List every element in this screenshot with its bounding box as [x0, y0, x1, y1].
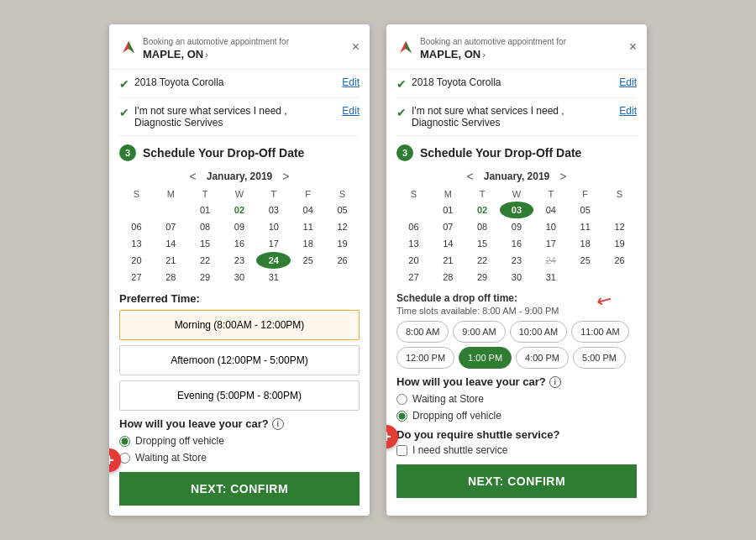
right-cal-cell[interactable]: 15 [465, 235, 500, 252]
cal-cell[interactable]: 08 [188, 218, 223, 235]
morning-time-btn[interactable]: Morning (8:00AM - 12:00PM) [119, 310, 360, 340]
right-cal-cell[interactable]: 17 [533, 235, 568, 252]
right-close-button[interactable]: × [629, 39, 637, 55]
right-cal-cell[interactable]: 27 [396, 269, 431, 286]
right-cal-cell[interactable]: 11 [568, 218, 602, 235]
cal-cell[interactable]: 04 [291, 202, 325, 218]
cal-cell-02[interactable]: 02 [223, 202, 257, 218]
right-cal-cell[interactable]: 10 [533, 218, 568, 235]
cal-cell[interactable]: 10 [256, 218, 291, 235]
right-cal-cell[interactable]: 23 [500, 252, 534, 269]
cal-cell[interactable]: 22 [188, 252, 223, 269]
right-cal-cell-03[interactable]: 03 [500, 202, 534, 218]
slot-1100am[interactable]: 11:00 AM [571, 321, 628, 343]
cal-prev-btn[interactable]: < [190, 170, 197, 183]
cal-cell[interactable]: 14 [154, 235, 188, 252]
cal-cell[interactable] [325, 269, 360, 286]
right-cal-cell[interactable]: 28 [431, 269, 465, 286]
cal-next-btn[interactable]: > [282, 170, 289, 183]
cal-cell[interactable]: 05 [325, 202, 360, 218]
chevron-right-icon[interactable]: › [205, 50, 208, 60]
right-cal-cell[interactable]: 20 [396, 252, 431, 269]
cal-cell[interactable]: 28 [154, 269, 188, 286]
right-waiting-store-radio[interactable] [396, 394, 407, 405]
dropping-off-radio[interactable] [119, 436, 130, 447]
right-cal-cell[interactable] [568, 269, 602, 286]
right-cal-cell-05[interactable]: 05 [568, 202, 602, 218]
cal-cell[interactable]: 01 [188, 202, 223, 218]
cal-cell[interactable]: 19 [325, 235, 360, 252]
cal-cell[interactable]: 21 [154, 252, 188, 269]
right-cal-cell[interactable]: 16 [500, 235, 534, 252]
right-service-edit-link[interactable]: Edit [619, 105, 637, 117]
right-cal-cell-02[interactable]: 02 [465, 202, 500, 218]
right-chevron-right-icon[interactable]: › [482, 50, 486, 60]
slot-500pm[interactable]: 5:00 PM [573, 347, 626, 369]
right-cal-cell[interactable]: 29 [465, 269, 500, 286]
cal-cell[interactable]: 06 [119, 218, 154, 235]
right-cal-cell[interactable]: 30 [500, 269, 534, 286]
cal-cell[interactable]: 16 [223, 235, 257, 252]
cal-cell[interactable]: 17 [256, 235, 291, 252]
right-cal-cell[interactable]: 12 [602, 218, 637, 235]
right-info-icon[interactable]: i [549, 376, 561, 388]
right-vehicle-edit-link[interactable]: Edit [619, 76, 637, 88]
cal-cell[interactable]: 03 [256, 202, 291, 218]
cal-cell[interactable]: 31 [256, 269, 291, 286]
cal-cell[interactable]: 25 [291, 252, 325, 269]
right-cal-cell[interactable]: 21 [431, 252, 465, 269]
slot-900am[interactable]: 9:00 AM [453, 321, 505, 343]
right-cal-cell[interactable]: 22 [465, 252, 500, 269]
cal-cell[interactable]: 18 [291, 235, 325, 252]
service-edit-link[interactable]: Edit [342, 105, 360, 117]
right-cal-cell-04[interactable]: 04 [533, 202, 568, 218]
right-cal-cell[interactable]: 08 [465, 218, 500, 235]
right-cal-cell[interactable]: 09 [500, 218, 534, 235]
vehicle-edit-link[interactable]: Edit [342, 76, 360, 88]
right-cal-cell[interactable]: 18 [568, 235, 602, 252]
right-cal-cell-01[interactable]: 01 [431, 202, 465, 218]
cal-cell[interactable]: 15 [188, 235, 223, 252]
right-cal-cell[interactable]: 07 [431, 218, 465, 235]
cal-cell[interactable] [154, 202, 188, 218]
close-button[interactable]: × [352, 39, 360, 55]
right-cal-cell[interactable]: 26 [602, 252, 637, 269]
right-next-btn[interactable]: NEXT: CONFIRM [396, 464, 637, 498]
cal-cell[interactable]: 12 [325, 218, 360, 235]
slot-800am[interactable]: 8:00 AM [396, 321, 449, 343]
cal-cell-selected[interactable]: 24 [256, 252, 291, 269]
right-cal-cell[interactable]: 06 [396, 218, 431, 235]
cal-cell[interactable] [119, 202, 154, 218]
slot-1200pm[interactable]: 12:00 PM [396, 347, 454, 369]
right-cal-cell-24[interactable]: 24 [533, 252, 568, 269]
cal-cell[interactable] [291, 269, 325, 286]
cal-cell[interactable]: 07 [154, 218, 188, 235]
slot-100pm[interactable]: 1:00 PM [459, 347, 512, 369]
right-cal-cell[interactable]: 13 [396, 235, 431, 252]
right-cal-next-btn[interactable]: > [559, 170, 566, 183]
right-cal-cell[interactable] [602, 269, 637, 286]
right-cal-cell[interactable] [602, 202, 637, 218]
info-icon[interactable]: i [272, 418, 284, 430]
afternoon-time-btn[interactable]: Afternoon (12:00PM - 5:00PM) [119, 345, 360, 375]
right-cal-prev-btn[interactable]: < [467, 170, 474, 183]
cal-cell[interactable]: 13 [119, 235, 154, 252]
right-cal-cell[interactable]: 19 [602, 235, 637, 252]
shuttle-checkbox[interactable] [396, 445, 407, 456]
cal-cell[interactable]: 26 [325, 252, 360, 269]
evening-time-btn[interactable]: Evening (5:00PM - 8:00PM) [119, 380, 360, 411]
cal-cell[interactable]: 27 [119, 269, 154, 286]
right-cal-cell[interactable]: 25 [568, 252, 602, 269]
cal-cell[interactable]: 29 [188, 269, 223, 286]
right-dropping-off-radio[interactable] [396, 411, 407, 422]
cal-cell[interactable]: 09 [223, 218, 257, 235]
cal-cell[interactable]: 23 [223, 252, 257, 269]
right-cal-cell[interactable]: 14 [431, 235, 465, 252]
left-next-btn[interactable]: NEXT: CONFIRM [119, 472, 360, 506]
slot-1000am[interactable]: 10:00 AM [510, 321, 567, 343]
slot-400pm[interactable]: 4:00 PM [516, 347, 569, 369]
cal-cell[interactable]: 11 [291, 218, 325, 235]
right-cal-cell[interactable]: 31 [533, 269, 568, 286]
cal-cell[interactable]: 20 [119, 252, 154, 269]
right-cal-cell[interactable] [396, 202, 431, 218]
